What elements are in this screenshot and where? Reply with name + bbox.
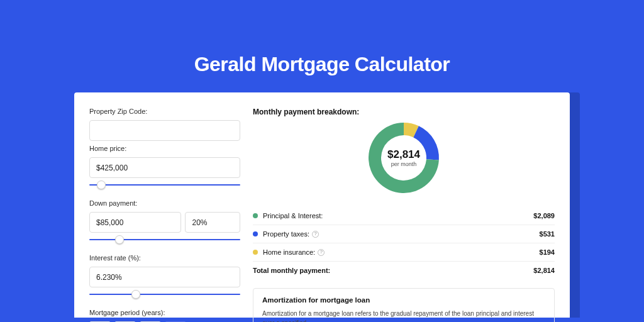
amortization-card: Amortization for mortgage loan Amortizat… <box>253 288 555 322</box>
calculator-card: Property Zip Code: Home price: Down paym… <box>74 92 570 318</box>
interest-rate-slider[interactable] <box>89 291 240 300</box>
zip-label: Property Zip Code: <box>89 108 240 115</box>
breakdown-item-name: Property taxes:? <box>263 230 319 238</box>
amortization-title: Amortization for mortgage loan <box>262 296 545 304</box>
breakdown-total-amount: $2,814 <box>533 267 555 274</box>
breakdown-total-label: Total monthly payment: <box>253 267 330 274</box>
breakdown-donut-chart: $2,814 per month <box>366 120 441 196</box>
interest-rate-label: Interest rate (%): <box>89 254 240 262</box>
breakdown-heading: Monthly payment breakdown: <box>253 108 555 116</box>
breakdown-item-name: Principal & Interest: <box>263 212 323 219</box>
breakdown-column: Monthly payment breakdown: $2,814 per mo… <box>253 108 555 318</box>
breakdown-row: Property taxes:?$531 <box>253 225 555 243</box>
legend-dot <box>253 250 258 255</box>
slider-thumb[interactable] <box>115 235 124 244</box>
slider-thumb[interactable] <box>97 180 106 189</box>
period-label: Mortgage period (years): <box>89 309 240 316</box>
down-payment-pct-input[interactable] <box>185 212 240 233</box>
legend-dot <box>253 213 258 218</box>
breakdown-item-amount: $2,089 <box>533 212 555 219</box>
form-column: Property Zip Code: Home price: Down paym… <box>89 108 240 318</box>
page-title: Gerald Mortgage Calculator <box>0 0 644 92</box>
down-payment-label: Down payment: <box>89 199 240 207</box>
interest-rate-input[interactable] <box>89 267 240 287</box>
help-icon[interactable]: ? <box>318 249 325 256</box>
down-payment-slider[interactable] <box>89 236 240 245</box>
breakdown-item-name: Home insurance:? <box>263 248 325 256</box>
breakdown-item-amount: $531 <box>540 230 555 238</box>
legend-dot <box>253 231 258 236</box>
breakdown-row: Home insurance:?$194 <box>253 243 555 262</box>
zip-input[interactable] <box>89 120 240 141</box>
help-icon[interactable]: ? <box>312 231 319 238</box>
donut-center-sub: per month <box>387 161 420 167</box>
slider-thumb[interactable] <box>131 290 140 299</box>
home-price-input[interactable] <box>89 157 240 178</box>
donut-center-value: $2,814 <box>387 148 420 161</box>
amortization-text: Amortization for a mortgage loan refers … <box>262 309 545 322</box>
home-price-slider[interactable] <box>89 182 240 191</box>
breakdown-item-amount: $194 <box>540 248 555 256</box>
breakdown-row: Principal & Interest:$2,089 <box>253 207 555 225</box>
breakdown-total-row: Total monthly payment: $2,814 <box>253 262 555 279</box>
home-price-label: Home price: <box>89 145 240 152</box>
down-payment-amount-input[interactable] <box>89 212 181 233</box>
